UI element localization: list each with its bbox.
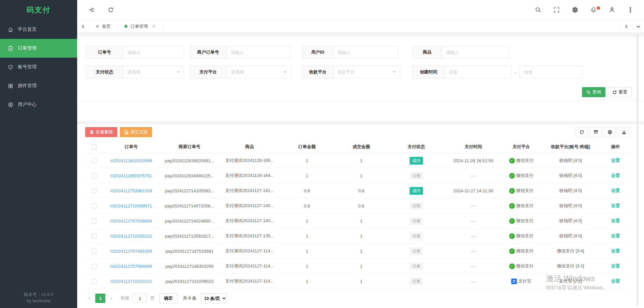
table-export-icon[interactable] bbox=[618, 127, 630, 137]
product-input[interactable] bbox=[442, 46, 509, 59]
home-icon bbox=[8, 27, 13, 33]
search-icon[interactable] bbox=[534, 6, 542, 14]
batch-delete-button[interactable]: 批量删除 bbox=[85, 127, 117, 137]
receive-platform-select[interactable]: 收款平台 ▼ bbox=[333, 66, 400, 78]
filter-label: 支付平台 bbox=[190, 66, 226, 78]
notifications-icon[interactable] bbox=[590, 6, 597, 14]
table-print-icon[interactable] bbox=[604, 127, 616, 137]
sidebar-item-platform-home[interactable]: 平台首页 bbox=[0, 20, 77, 39]
platform-icon bbox=[509, 158, 515, 164]
tab-home[interactable]: 首页 bbox=[89, 20, 118, 33]
search-button[interactable]: 查询 bbox=[582, 87, 605, 97]
version-author: by techhaha bbox=[0, 298, 77, 304]
reset-button[interactable]: 重置 bbox=[608, 87, 632, 97]
clear-expired-button[interactable]: 清空过期 bbox=[120, 127, 152, 137]
order-id-link[interactable]: H2024112757994849 bbox=[103, 264, 160, 269]
chevron-down-icon: ▼ bbox=[176, 70, 180, 74]
row-checkbox[interactable] bbox=[92, 279, 97, 284]
page-size-select[interactable]: 10 条/页 bbox=[201, 293, 227, 303]
settings-link[interactable]: 设置 bbox=[601, 278, 630, 284]
user-profile-icon[interactable] bbox=[608, 6, 615, 14]
pay-platform-select[interactable]: 请选择 ▼ bbox=[226, 66, 291, 78]
paid-amount: 1 bbox=[334, 279, 388, 284]
column-header: 操作 bbox=[601, 144, 630, 150]
tab-order-management[interactable]: 订单管理 ✕ bbox=[118, 20, 163, 33]
fullscreen-icon[interactable] bbox=[553, 6, 560, 14]
start-date-input[interactable] bbox=[444, 66, 512, 78]
settings-link[interactable]: 设置 bbox=[601, 203, 630, 209]
row-checkbox[interactable] bbox=[92, 188, 97, 193]
row-checkbox[interactable] bbox=[92, 264, 97, 269]
refresh-page-icon[interactable] bbox=[107, 6, 114, 14]
filter-pay-platform: 支付平台 请选择 ▼ bbox=[190, 66, 291, 78]
next-page-icon[interactable] bbox=[107, 294, 115, 303]
settings-link[interactable]: 设置 bbox=[601, 158, 630, 164]
sidebar-item-plugin-management[interactable]: 插件管理 bbox=[0, 76, 77, 95]
table-row: H2024112710253101 pay20241127141009023 支… bbox=[85, 274, 630, 289]
row-checkbox[interactable] bbox=[92, 203, 97, 208]
settings-link[interactable]: 设置 bbox=[601, 233, 630, 239]
pay-time: - - bbox=[444, 279, 502, 284]
more-icon[interactable] bbox=[627, 6, 634, 14]
order-table-panel: 批量删除 清空过期 bbox=[77, 124, 644, 308]
row-checkbox[interactable] bbox=[92, 219, 97, 224]
settings-link[interactable]: 设置 bbox=[601, 218, 630, 224]
sidebar-item-order-management[interactable]: 订单管理 bbox=[0, 39, 77, 58]
order-id-link[interactable]: H2024112810010056 bbox=[103, 158, 160, 163]
goto-label: 到第 bbox=[121, 295, 129, 301]
settings-link[interactable]: 设置 bbox=[601, 263, 630, 269]
table-row: H2024112797481009 pay20241127147533581 支… bbox=[85, 244, 630, 259]
order-id-link[interactable]: H2024112710253101 bbox=[103, 279, 160, 284]
settings-link[interactable]: 设置 bbox=[601, 188, 630, 194]
status-badge: 过期 bbox=[410, 262, 423, 270]
pay-status-select[interactable]: 请选择 ▼ bbox=[123, 66, 184, 78]
order-id-input[interactable] bbox=[123, 46, 184, 59]
order-id-link[interactable]: H2024112797509854 bbox=[103, 219, 160, 224]
column-header: 支付时间 bbox=[444, 144, 502, 150]
filter-label: 商户订单号 bbox=[190, 46, 226, 59]
order-id-link[interactable]: H2024112850975751 bbox=[103, 173, 160, 178]
reset-icon bbox=[612, 90, 617, 95]
collapse-menu-icon[interactable] bbox=[88, 6, 95, 14]
pay-platform-cell: 微信支付 bbox=[502, 188, 540, 194]
tab-close-icon[interactable]: ✕ bbox=[152, 24, 156, 29]
order-id-link[interactable]: H2024112797481009 bbox=[103, 249, 160, 254]
order-amount: 0.6 bbox=[280, 188, 334, 193]
tabs-scroll-left-icon[interactable] bbox=[77, 20, 89, 33]
table-columns-icon[interactable] bbox=[590, 127, 602, 137]
status-cell: 过期 bbox=[388, 217, 444, 225]
order-amount: 0.8 bbox=[280, 203, 334, 208]
platform-name: 微信支付 bbox=[516, 173, 534, 179]
row-checkbox[interactable] bbox=[92, 234, 97, 239]
settings-link[interactable]: 设置 bbox=[601, 248, 630, 254]
row-checkbox[interactable] bbox=[92, 158, 97, 163]
user-id-input[interactable] bbox=[333, 46, 398, 59]
status-badge: 过期 bbox=[410, 217, 423, 225]
tabs-menu-icon[interactable] bbox=[632, 20, 644, 33]
language-icon[interactable] bbox=[571, 6, 579, 14]
goto-confirm-button[interactable]: 确定 bbox=[159, 293, 177, 303]
goto-page-input[interactable] bbox=[133, 294, 147, 303]
current-page-button[interactable]: 1 bbox=[95, 294, 105, 303]
settings-link[interactable]: 设置 bbox=[601, 173, 630, 179]
scrollbar[interactable] bbox=[636, 34, 639, 306]
filter-receive-platform: 收款平台 收款平台 ▼ bbox=[302, 66, 400, 78]
filter-label: 支付状态 bbox=[86, 66, 123, 78]
sidebar-item-user-center[interactable]: 用户中心 bbox=[0, 95, 77, 114]
row-checkbox[interactable] bbox=[92, 173, 97, 178]
table-row: H2024112810010056 pay2024112816520491...… bbox=[85, 153, 630, 168]
app-logo: 码支付 bbox=[0, 0, 77, 20]
end-date-input[interactable] bbox=[520, 66, 583, 78]
paid-amount: 1 bbox=[334, 234, 388, 239]
sidebar-item-account-management[interactable]: 账号管理 bbox=[0, 58, 77, 76]
pay-time: - - bbox=[444, 249, 502, 254]
tabs-scroll-right-icon[interactable] bbox=[620, 20, 632, 33]
order-id-link[interactable]: H2024112753981029 bbox=[103, 188, 160, 193]
order-id-link[interactable]: H2024112710255102 bbox=[103, 234, 160, 239]
merchant-order-id-input[interactable] bbox=[226, 46, 290, 59]
select-all-checkbox[interactable] bbox=[92, 144, 97, 149]
prev-page-icon[interactable] bbox=[85, 294, 94, 303]
order-id-link[interactable]: H2024112710099571 bbox=[103, 203, 160, 208]
row-checkbox[interactable] bbox=[92, 249, 97, 254]
table-refresh-icon[interactable] bbox=[576, 127, 588, 137]
